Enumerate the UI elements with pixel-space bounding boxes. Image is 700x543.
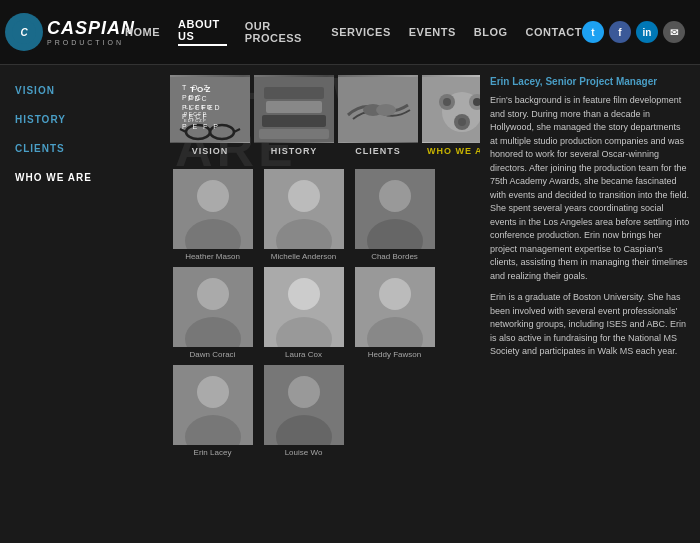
who-we-are-label: WHO WE ARE xyxy=(422,146,480,156)
svg-rect-16 xyxy=(262,115,326,127)
team-member-erin[interactable]: Erin Lacey xyxy=(170,365,255,457)
michelle-photo xyxy=(264,169,344,249)
header: C CASPIAN PRODUCTION HOME ABOUT US OUR P… xyxy=(0,0,700,65)
chad-name: Chad Bordes xyxy=(371,252,418,261)
erin-photo xyxy=(173,365,253,445)
svg-point-45 xyxy=(379,278,411,310)
svg-rect-14 xyxy=(264,87,324,99)
svg-rect-15 xyxy=(266,101,322,113)
facebook-icon[interactable]: f xyxy=(609,21,631,43)
svg-point-48 xyxy=(197,376,229,408)
clients-label: CLIENTS xyxy=(338,146,418,156)
dawn-name: Dawn Coraci xyxy=(190,350,236,359)
linkedin-icon[interactable]: in xyxy=(636,21,658,43)
sidebar-item-history[interactable]: HISTORY xyxy=(15,114,150,125)
email-icon[interactable]: ✉ xyxy=(663,21,685,43)
logo-sub: PRODUCTION xyxy=(47,39,135,46)
nav-events[interactable]: EVENTS xyxy=(409,26,456,38)
bio-panel: Erin Lacey, Senior Project Manager Erin'… xyxy=(480,65,700,543)
sidebar-item-who-we-are[interactable]: WHO WE ARE xyxy=(15,172,150,183)
chad-photo xyxy=(355,169,435,249)
vision-label: VISION xyxy=(170,146,250,156)
louise-photo xyxy=(264,365,344,445)
nav-images: T O Z P D C L C F E D P E C F P E D F C … xyxy=(165,65,480,161)
nav-process[interactable]: OUR PROCESS xyxy=(245,20,314,44)
team-member-chad[interactable]: Chad Bordes xyxy=(352,169,437,261)
louise-name: Louise Wo xyxy=(285,448,323,457)
svg-point-33 xyxy=(288,180,320,212)
svg-point-51 xyxy=(288,376,320,408)
clients-image xyxy=(338,75,418,143)
svg-text:P D C: P D C xyxy=(188,95,207,102)
bio-paragraph-1: Erin's background is in feature film dev… xyxy=(490,94,690,283)
team-member-michelle[interactable]: Michelle Anderson xyxy=(261,169,346,261)
vision-image: T O Z P D C L C F E D P E C F P E D F C … xyxy=(170,75,250,143)
erin-name: Erin Lacey xyxy=(194,448,232,457)
laura-name: Laura Cox xyxy=(285,350,322,359)
svg-point-30 xyxy=(197,180,229,212)
history-label: HISTORY xyxy=(254,146,334,156)
bio-name: Erin Lacey, Senior Project Manager xyxy=(490,75,690,88)
svg-text:P E C F P: P E C F P xyxy=(184,111,207,117)
sidebar: VISION HISTORY CLIENTS WHO WE ARE xyxy=(0,65,165,543)
page-content: WHO WE ARE T O Z P D C L C F E D P E C F… xyxy=(165,65,480,543)
twitter-icon[interactable]: t xyxy=(582,21,604,43)
nav-services[interactable]: SERVICES xyxy=(331,26,390,38)
svg-point-42 xyxy=(288,278,320,310)
michelle-name: Michelle Anderson xyxy=(271,252,336,261)
nav-clients[interactable]: CLIENTS xyxy=(338,75,418,156)
svg-text:E D F C Z P: E D F C Z P xyxy=(184,118,206,123)
sidebar-item-vision[interactable]: VISION xyxy=(15,85,150,96)
laura-photo xyxy=(264,267,344,347)
team-member-heather[interactable]: Heather Mason xyxy=(170,169,255,261)
svg-text:C: C xyxy=(20,27,28,38)
svg-point-39 xyxy=(197,278,229,310)
heather-name: Heather Mason xyxy=(185,252,240,261)
nav-about[interactable]: ABOUT US xyxy=(178,18,227,46)
team-member-laura[interactable]: Laura Cox xyxy=(261,267,346,359)
sidebar-item-clients[interactable]: CLIENTS xyxy=(15,143,150,154)
history-image xyxy=(254,75,334,143)
main-nav: HOME ABOUT US OUR PROCESS SERVICES EVENT… xyxy=(125,18,582,46)
nav-home[interactable]: HOME xyxy=(125,26,160,38)
team-member-heddy[interactable]: Heddy Fawson xyxy=(352,267,437,359)
logo-text: CASPIAN PRODUCTION xyxy=(47,19,135,46)
logo-icon: C xyxy=(5,13,43,51)
svg-rect-2 xyxy=(170,77,250,142)
svg-point-20 xyxy=(376,104,396,116)
team-member-louise[interactable]: Louise Wo xyxy=(261,365,346,457)
svg-text:L C F E D: L C F E D xyxy=(185,104,212,110)
heddy-name: Heddy Fawson xyxy=(368,350,421,359)
svg-text:T O Z: T O Z xyxy=(190,85,211,94)
dawn-photo xyxy=(173,267,253,347)
heddy-photo xyxy=(355,267,435,347)
nav-history[interactable]: HISTORY xyxy=(254,75,334,156)
svg-point-26 xyxy=(443,98,451,106)
main-content: VISION HISTORY CLIENTS WHO WE ARE WHO WE… xyxy=(0,65,700,543)
logo: C CASPIAN PRODUCTION xyxy=(15,7,125,57)
nav-vision[interactable]: T O Z P D C L C F E D P E C F P E D F C … xyxy=(170,75,250,156)
who-we-are-image xyxy=(422,75,480,143)
nav-blog[interactable]: BLOG xyxy=(474,26,508,38)
svg-point-36 xyxy=(379,180,411,212)
bio-paragraph-2: Erin is a graduate of Boston University.… xyxy=(490,291,690,359)
heather-photo xyxy=(173,169,253,249)
nav-contact[interactable]: CONTACT xyxy=(526,26,582,38)
logo-brand: CASPIAN xyxy=(47,19,135,37)
svg-point-28 xyxy=(458,118,466,126)
nav-who-we-are[interactable]: WHO WE ARE xyxy=(422,75,480,156)
svg-rect-17 xyxy=(259,129,329,139)
team-member-dawn[interactable]: Dawn Coraci xyxy=(170,267,255,359)
social-icons: t f in ✉ xyxy=(582,21,685,43)
team-grid: Heather Mason Michelle Anderson xyxy=(165,161,480,465)
